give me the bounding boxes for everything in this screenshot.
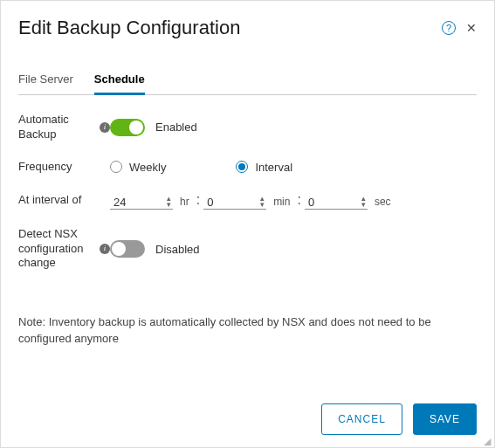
save-button[interactable]: SAVE: [413, 403, 477, 435]
radio-label: Weekly: [129, 161, 166, 174]
field-hr[interactable]: 24 ▴▾: [110, 196, 173, 210]
toggle-automatic-backup[interactable]: [110, 119, 145, 136]
chevron-down-icon[interactable]: ▾: [361, 202, 366, 208]
unit-hr: hr: [176, 196, 193, 210]
label-text: Automatic Backup: [18, 113, 96, 142]
toggle-status: Disabled: [155, 243, 200, 256]
tab-file-server[interactable]: File Server: [18, 65, 73, 95]
spinner-hr[interactable]: ▴▾: [167, 196, 171, 208]
footer: CANCEL SAVE: [321, 403, 477, 435]
label-automatic-backup: Automatic Backup i: [18, 113, 110, 142]
radio-circle-icon: [110, 161, 122, 173]
spinner-min[interactable]: ▴▾: [260, 196, 265, 208]
tabs: File Server Schedule: [18, 65, 477, 95]
header-icons: ? ✕: [442, 21, 477, 35]
control-automatic-backup: Enabled: [110, 119, 477, 136]
toggle-knob: [129, 121, 143, 134]
field-min[interactable]: 0 ▴▾: [203, 196, 266, 210]
form: Automatic Backup i Enabled Frequency Wee…: [1, 95, 494, 306]
chevron-down-icon[interactable]: ▾: [167, 202, 171, 208]
close-icon[interactable]: ✕: [466, 21, 477, 35]
radio-dot-icon: [238, 163, 245, 170]
info-icon[interactable]: i: [100, 244, 110, 254]
separator: :: [196, 192, 200, 210]
dialog-title: Edit Backup Configuration: [18, 17, 240, 39]
separator: :: [297, 192, 300, 210]
help-icon[interactable]: ?: [442, 21, 456, 35]
row-interval: At interval of 24 ▴▾ hr : 0 ▴▾ min : 0 ▴…: [18, 192, 477, 210]
row-frequency: Frequency Weekly Interval: [18, 160, 477, 175]
min-value[interactable]: 0: [207, 196, 242, 209]
row-detect: Detect NSX configuration change i Disabl…: [18, 227, 477, 272]
radio-weekly[interactable]: Weekly: [110, 161, 166, 174]
row-automatic-backup: Automatic Backup i Enabled: [18, 113, 477, 142]
sec-value[interactable]: 0: [308, 196, 343, 209]
label-interval: At interval of: [18, 193, 110, 208]
unit-min: min: [270, 196, 293, 210]
toggle-status: Enabled: [155, 121, 197, 134]
control-detect: Disabled: [110, 240, 477, 258]
unit-sec: sec: [371, 196, 395, 210]
dialog: Edit Backup Configuration ? ✕ File Serve…: [0, 0, 495, 448]
chevron-down-icon[interactable]: ▾: [260, 202, 265, 208]
control-interval: 24 ▴▾ hr : 0 ▴▾ min : 0 ▴▾ sec: [110, 192, 477, 210]
hr-value[interactable]: 24: [113, 196, 148, 209]
control-frequency: Weekly Interval: [110, 161, 477, 174]
label-detect: Detect NSX configuration change i: [18, 227, 110, 272]
tab-schedule[interactable]: Schedule: [94, 65, 145, 95]
field-sec[interactable]: 0 ▴▾: [305, 196, 368, 210]
resize-grip-icon: ◢: [484, 437, 493, 446]
label-text: Detect NSX configuration change: [18, 227, 96, 272]
dialog-header: Edit Backup Configuration ? ✕: [1, 1, 494, 48]
toggle-knob: [112, 242, 126, 256]
info-icon[interactable]: i: [100, 122, 110, 133]
note-text: Note: Inventory backup is automatically …: [18, 314, 477, 346]
spinner-sec[interactable]: ▴▾: [361, 196, 366, 208]
radio-label: Interval: [255, 161, 292, 174]
cancel-button[interactable]: CANCEL: [321, 403, 402, 435]
radio-circle-icon: [236, 161, 248, 173]
radio-interval[interactable]: Interval: [236, 161, 292, 174]
label-frequency: Frequency: [18, 160, 110, 175]
toggle-detect[interactable]: [110, 240, 145, 258]
